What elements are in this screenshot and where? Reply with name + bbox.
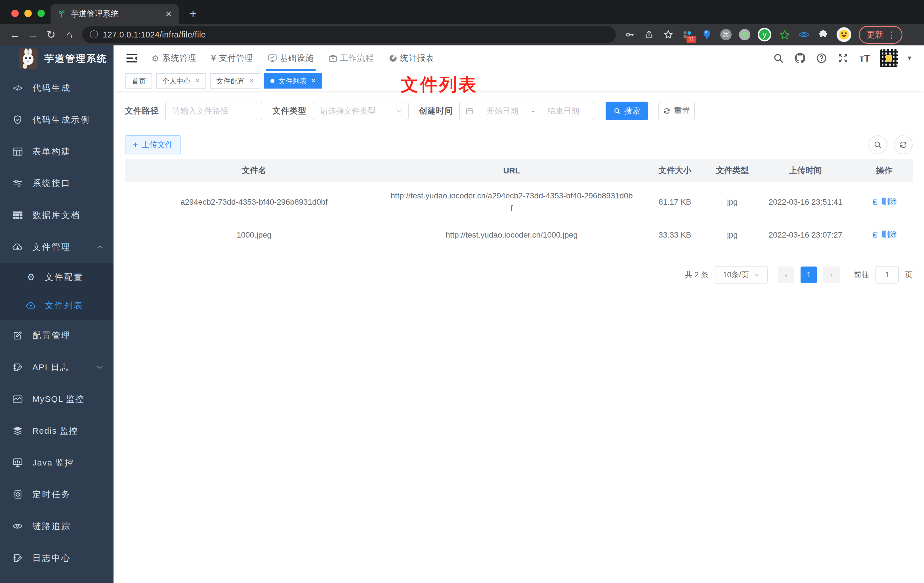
view-tab-home[interactable]: 首页 <box>125 73 152 89</box>
sidebar-item-system-api[interactable]: 系统接口 <box>0 167 114 199</box>
next-page-button[interactable]: › <box>823 266 840 283</box>
table-tools <box>868 135 912 154</box>
nav-item-payment[interactable]: ¥ 支付管理 <box>211 45 253 71</box>
sidebar-item-file-config[interactable]: ⚙ 文件配置 <box>0 263 114 291</box>
tab-close-icon[interactable]: ✕ <box>311 77 316 84</box>
sidebar-item-code-gen[interactable]: </> 代码生成 <box>0 72 114 104</box>
date-end-placeholder[interactable]: 结束日期 <box>539 106 588 116</box>
delete-button[interactable]: 删除 <box>871 228 897 241</box>
sidebar-item-config-management[interactable]: 配置管理 <box>0 320 114 352</box>
monitor-bars-icon <box>12 458 23 467</box>
view-tab-file-config[interactable]: 文件配置 ✕ <box>210 73 260 89</box>
chrome-update-menu-button[interactable]: 更新 ⋮ <box>859 26 903 44</box>
page-unit-label: 页 <box>905 270 912 280</box>
date-range-picker[interactable]: 开始日期 - 结束日期 <box>459 102 594 121</box>
search-button[interactable]: 搜索 <box>606 102 648 121</box>
sidebar-item-tracing[interactable]: 链路追踪 <box>0 510 114 542</box>
browser-tab[interactable]: 芋道管理系统 ✕ <box>51 4 179 24</box>
nav-item-reports[interactable]: 统计报表 <box>389 45 434 71</box>
cell-size: 33.33 KB <box>640 222 710 248</box>
gear-icon: ⚙ <box>152 53 160 63</box>
delete-button[interactable]: 删除 <box>871 195 897 208</box>
goto-label: 前往 <box>854 270 869 280</box>
nav-item-infrastructure[interactable]: 基础设施 <box>268 45 314 71</box>
page-size-select[interactable]: 10条/页 <box>715 266 768 284</box>
share-icon[interactable] <box>643 29 655 41</box>
avatar-caret-down-icon[interactable]: ▼ <box>906 55 912 62</box>
url-text[interactable]: 127.0.0.1:1024/infra/file/file <box>103 30 206 40</box>
yudao-extension-icon[interactable]: y <box>758 28 771 41</box>
profile-emoji-icon[interactable] <box>837 27 851 42</box>
goto-page-input[interactable]: 1 <box>876 266 899 284</box>
sidebar-item-code-demo[interactable]: 代码生成示例 <box>0 104 114 135</box>
command-extension-icon[interactable]: ⌘ <box>720 29 732 40</box>
home-button[interactable]: ⌂ <box>61 27 77 43</box>
close-window-button[interactable] <box>12 10 19 17</box>
nav-item-workflow[interactable]: 工作流程 <box>328 45 374 71</box>
tab-close-icon[interactable]: ✕ <box>249 77 254 84</box>
camera-extension-icon[interactable] <box>739 29 750 40</box>
sidebar-item-form-builder[interactable]: 表单构建 <box>0 135 114 167</box>
prev-page-button[interactable]: ‹ <box>778 266 794 283</box>
sidebar-logo[interactable]: 芋道管理系统 <box>0 45 114 72</box>
sidebar-item-log-center[interactable]: 日志中心 <box>0 542 114 574</box>
sidebar-item-file-management[interactable]: 文件管理 <box>0 231 114 263</box>
site-info-icon[interactable]: ⓘ <box>90 29 98 41</box>
sidebar-item-redis-monitor[interactable]: Redis 监控 <box>0 415 114 447</box>
cell-url: http://test.yudao.iocoder.cn/a294ecb2-73… <box>383 182 640 222</box>
forward-button[interactable]: → <box>25 27 41 43</box>
cloud-upload-icon <box>26 301 36 309</box>
extensions-puzzle-icon[interactable] <box>817 29 829 41</box>
sidebar-item-db-doc[interactable]: 数据库文档 <box>0 199 114 231</box>
help-icon[interactable] <box>815 52 828 65</box>
upload-file-button[interactable]: + 上传文件 <box>125 135 181 154</box>
password-key-icon[interactable] <box>624 29 636 41</box>
show-search-toggle-button[interactable] <box>868 135 887 154</box>
nav-item-system[interactable]: ⚙ 系统管理 <box>152 45 196 71</box>
sidebar-collapse-icon[interactable] <box>125 51 139 65</box>
back-button[interactable]: ← <box>7 27 23 43</box>
fullscreen-icon[interactable] <box>837 52 850 65</box>
extension-grid-icon[interactable]: 11 <box>681 29 693 41</box>
reload-button[interactable]: ↻ <box>43 27 59 43</box>
tab-close-icon[interactable]: ✕ <box>195 77 200 84</box>
reset-button[interactable]: 重置 <box>658 102 695 121</box>
current-page-button[interactable]: 1 <box>800 266 817 283</box>
view-tab-file-list[interactable]: 文件列表 ✕ <box>264 73 322 89</box>
chevron-down-icon <box>96 365 103 369</box>
search-icon <box>873 140 882 149</box>
minimize-window-button[interactable] <box>25 10 32 17</box>
sidebar-item-api-log[interactable]: API 日志 <box>0 352 114 383</box>
github-icon[interactable] <box>794 52 807 65</box>
sidebar-item-scheduled-jobs[interactable]: 定时任务 <box>0 479 114 510</box>
refresh-table-button[interactable] <box>894 135 912 154</box>
sidebar-item-file-list[interactable]: 文件列表 <box>0 291 114 320</box>
search-icon[interactable] <box>772 52 785 65</box>
browser-tab-title: 芋道管理系统 <box>71 8 160 19</box>
star-extension-icon[interactable] <box>779 29 790 41</box>
bookmark-star-icon[interactable] <box>662 29 674 41</box>
eye-extension-icon[interactable] <box>798 29 810 41</box>
kebab-menu-icon[interactable]: ⋮ <box>888 30 896 40</box>
date-start-placeholder[interactable]: 开始日期 <box>478 106 527 116</box>
font-size-icon[interactable]: ᴛT <box>858 52 871 65</box>
sidebar-item-mysql-monitor[interactable]: MySQL 监控 <box>0 383 114 415</box>
layers-icon <box>12 427 23 435</box>
sliders-icon <box>12 179 23 188</box>
zoom-window-button[interactable] <box>38 10 45 17</box>
macos-traffic-lights[interactable] <box>12 10 45 17</box>
address-bar[interactable]: ⓘ 127.0.0.1:1024/infra/file/file <box>82 26 616 43</box>
new-tab-button[interactable]: + <box>190 6 197 21</box>
favicon-sprout-icon <box>57 10 66 18</box>
view-tab-profile[interactable]: 个人中心 ✕ <box>156 73 206 89</box>
file-path-input[interactable] <box>165 102 262 121</box>
user-avatar-qr[interactable] <box>880 49 898 67</box>
total-count: 共 2 条 <box>685 270 709 280</box>
balloon-extension-icon[interactable] <box>701 29 713 41</box>
file-type-select[interactable]: 请选择文件类型 <box>313 102 409 121</box>
page-content: 文件路径 文件类型 请选择文件类型 创建时间 开始日期 - 结束日期 <box>114 91 924 583</box>
tab-close-icon[interactable]: ✕ <box>165 9 172 19</box>
chevron-down-icon <box>754 273 760 276</box>
app-header: ⚙ 系统管理 ¥ 支付管理 基础设施 <box>114 45 924 71</box>
sidebar-item-java-monitor[interactable]: Java 监控 <box>0 447 114 479</box>
